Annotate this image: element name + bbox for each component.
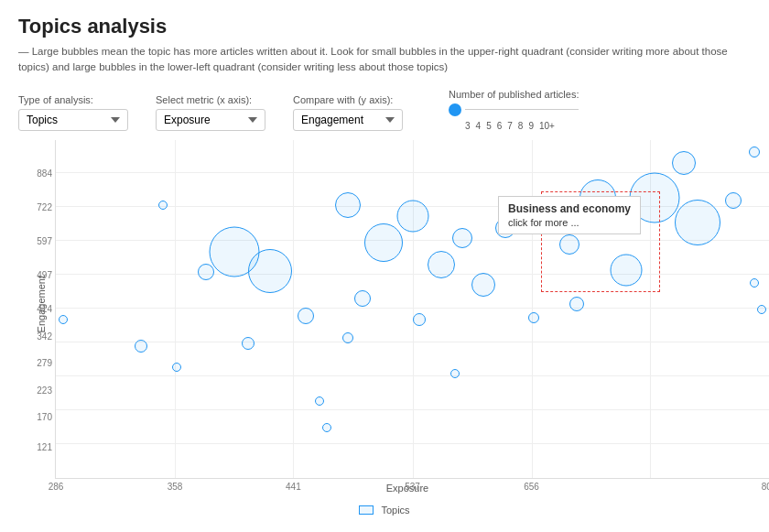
bubble[interactable]	[630, 172, 680, 223]
legend-label: Number of published articles:	[449, 89, 579, 100]
bubble[interactable]	[452, 228, 472, 248]
x-tick: 441	[286, 482, 301, 493]
bubble[interactable]	[354, 290, 371, 307]
type-label: Type of analysis:	[18, 94, 128, 105]
grid-v	[175, 140, 176, 478]
chart-footer: Topics	[18, 505, 751, 516]
bubble[interactable]	[248, 249, 292, 293]
bubble[interactable]	[471, 273, 495, 297]
bubble[interactable]	[675, 200, 720, 245]
x-tick: 806	[762, 482, 769, 493]
bubble[interactable]	[413, 313, 426, 326]
bubble[interactable]	[749, 147, 760, 157]
y-tick: 121	[37, 442, 52, 452]
bubble[interactable]	[559, 234, 579, 255]
x-tick: 656	[524, 482, 539, 493]
grid-v	[532, 140, 533, 478]
y-tick: 279	[37, 358, 52, 368]
bubble[interactable]	[298, 308, 314, 324]
metric-label: Select metric (x axis):	[156, 94, 265, 105]
footer-legend-label: Topics	[381, 505, 409, 516]
metric-select[interactable]: Exposure Pageviews Sessions	[156, 109, 265, 131]
bubble[interactable]	[322, 423, 331, 432]
grid-v	[413, 140, 414, 478]
chart-area: Engagement 884 722 597 497	[27, 140, 760, 497]
bubble[interactable]	[750, 278, 759, 288]
y-tick: 497	[37, 270, 52, 280]
bubble[interactable]	[450, 369, 460, 378]
tooltip-subtitle: click for more ...	[508, 217, 579, 228]
bubble[interactable]	[428, 251, 455, 278]
bubble[interactable]	[135, 340, 147, 353]
bubble[interactable]	[757, 305, 766, 314]
bubble[interactable]	[158, 201, 168, 210]
bubble[interactable]	[335, 192, 361, 218]
y-tick: 722	[37, 202, 52, 212]
x-tick: 537	[405, 482, 420, 493]
page-title: Topics analysis	[18, 15, 751, 38]
y-tick: 414	[37, 304, 52, 314]
compare-select[interactable]: Engagement Bounce Rate Time on Page	[293, 109, 403, 131]
bubble[interactable]	[198, 264, 214, 280]
bubble[interactable]	[242, 337, 255, 350]
y-tick: 223	[37, 385, 52, 395]
y-tick: 884	[37, 168, 52, 179]
bubble[interactable]	[315, 396, 324, 406]
bubble-business[interactable]	[495, 218, 515, 238]
type-select[interactable]: Topics Authors Categories	[18, 109, 128, 131]
y-tick: 597	[37, 236, 52, 246]
bubble[interactable]	[579, 179, 616, 216]
legend-numbers: 345678910+	[449, 121, 579, 131]
subtitle: — Large bubbles mean the topic has more …	[18, 44, 732, 76]
bubble[interactable]	[59, 315, 68, 324]
tooltip: Business and economy click for more ...	[498, 196, 641, 234]
bubble[interactable]	[528, 312, 539, 323]
compare-label: Compare with (y axis):	[293, 94, 403, 105]
bubble[interactable]	[172, 363, 181, 372]
x-tick: 286	[49, 482, 64, 493]
y-tick: 342	[37, 331, 52, 341]
bubble[interactable]	[611, 254, 643, 286]
bubble[interactable]	[672, 151, 696, 175]
legend-dot	[449, 103, 461, 116]
y-tick: 170	[37, 412, 52, 422]
legend-line	[465, 109, 579, 110]
chart-container: 884 722 597 497 414 342 279 223 170 121 …	[55, 140, 769, 479]
legend-square	[359, 505, 374, 515]
x-tick: 358	[168, 482, 183, 493]
grid-v	[293, 140, 294, 478]
bubble[interactable]	[396, 200, 428, 232]
bubble[interactable]	[569, 297, 584, 311]
bubble[interactable]	[725, 192, 742, 209]
bubble[interactable]	[364, 223, 403, 262]
bubble[interactable]	[342, 332, 353, 343]
